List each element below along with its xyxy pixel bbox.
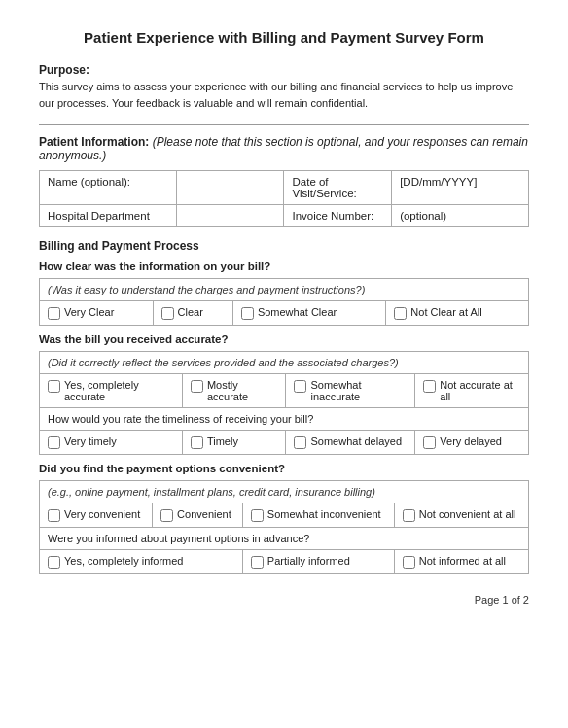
tim-opt2[interactable]: Timely xyxy=(182,431,286,455)
q1-opt4[interactable]: Not Clear at All xyxy=(386,301,529,326)
adv-opt3[interactable]: Not informed at all xyxy=(394,550,528,574)
patient-info-strong: Patient Information: xyxy=(39,135,149,149)
dept-input[interactable] xyxy=(185,210,276,222)
dept-label: Hospital Department xyxy=(40,205,177,227)
patient-info-table: Name (optional): Date of Visit/Service: … xyxy=(39,170,529,227)
section-divider xyxy=(39,124,529,125)
q3-question: Did you find the payment options conveni… xyxy=(39,463,529,474)
dept-value[interactable] xyxy=(176,205,284,227)
q3-table: (e.g., online payment, installment plans… xyxy=(39,480,529,574)
q2-cb3[interactable] xyxy=(294,380,306,393)
dov-label: Date of Visit/Service: xyxy=(284,171,392,205)
q3-cb4[interactable] xyxy=(403,509,415,522)
q1-table: (Was it easy to understand the charges a… xyxy=(39,278,529,326)
q2-opt3[interactable]: Somewhat inaccurate xyxy=(286,374,415,408)
q3-opt4[interactable]: Not convenient at all xyxy=(394,503,528,528)
q2-cb1[interactable] xyxy=(48,380,60,393)
q2-opt1[interactable]: Yes, completely accurate xyxy=(40,374,183,408)
tim-opt3[interactable]: Somewhat delayed xyxy=(286,431,415,455)
q3-opt1[interactable]: Very convenient xyxy=(40,503,153,528)
q1-cb2[interactable] xyxy=(161,307,174,320)
page-title: Patient Experience with Billing and Paym… xyxy=(39,29,529,46)
q3-hint: (e.g., online payment, installment plans… xyxy=(40,481,529,503)
q2-question: Was the bill you received accurate? xyxy=(39,333,529,345)
adv-cb2[interactable] xyxy=(251,556,264,569)
advance-label: Were you informed about payment options … xyxy=(40,528,529,550)
q2-cb4[interactable] xyxy=(423,380,436,393)
patient-info-label: Patient Information: (Please note that t… xyxy=(39,135,529,162)
q1-question: How clear was the information on your bi… xyxy=(39,260,529,272)
q2-hint: (Did it correctly reflect the services p… xyxy=(40,352,529,374)
q2-cb2[interactable] xyxy=(191,380,203,393)
name-input[interactable] xyxy=(185,176,276,188)
tim-cb2[interactable] xyxy=(191,436,203,449)
invoice-label: Invoice Number: xyxy=(284,205,392,227)
q1-cb1[interactable] xyxy=(48,307,60,320)
tim-cb1[interactable] xyxy=(48,436,60,449)
q1-hint: (Was it easy to understand the charges a… xyxy=(40,279,529,301)
dov-value: [DD/mm/YYYY] xyxy=(392,171,529,205)
tim-opt1[interactable]: Very timely xyxy=(40,431,183,455)
q3-cb3[interactable] xyxy=(251,509,264,522)
q3-opt2[interactable]: Convenient xyxy=(153,503,243,528)
q2-table: (Did it correctly reflect the services p… xyxy=(39,351,529,455)
adv-opt1[interactable]: Yes, completely informed xyxy=(40,550,243,574)
q2-opt4[interactable]: Not accurate at all xyxy=(415,374,529,408)
q3-cb1[interactable] xyxy=(48,509,60,522)
q1-cb3[interactable] xyxy=(241,307,254,320)
q3-cb2[interactable] xyxy=(160,509,173,522)
name-label: Name (optional): xyxy=(40,171,177,205)
adv-cb1[interactable] xyxy=(48,556,60,569)
tim-cb3[interactable] xyxy=(294,436,306,449)
purpose-label: Purpose: xyxy=(39,63,529,77)
q1-opt3[interactable]: Somewhat Clear xyxy=(232,301,385,326)
page-number: Page 1 of 2 xyxy=(39,594,529,606)
q1-opt2[interactable]: Clear xyxy=(153,301,232,326)
q3-opt3[interactable]: Somewhat inconvenient xyxy=(242,503,394,528)
invoice-value: (optional) xyxy=(392,205,529,227)
q1-cb4[interactable] xyxy=(394,307,407,320)
q2-opt2[interactable]: Mostly accurate xyxy=(182,374,286,408)
q1-opt1[interactable]: Very Clear xyxy=(40,301,154,326)
name-value[interactable] xyxy=(176,171,284,205)
timeliness-label: How would you rate the timeliness of rec… xyxy=(40,408,529,431)
adv-cb3[interactable] xyxy=(403,556,415,569)
billing-section-title: Billing and Payment Process xyxy=(39,239,529,253)
adv-opt2[interactable]: Partially informed xyxy=(242,550,394,574)
purpose-text: This survey aims to assess your experien… xyxy=(39,79,529,111)
tim-opt4[interactable]: Very delayed xyxy=(415,431,529,455)
tim-cb4[interactable] xyxy=(423,436,436,449)
